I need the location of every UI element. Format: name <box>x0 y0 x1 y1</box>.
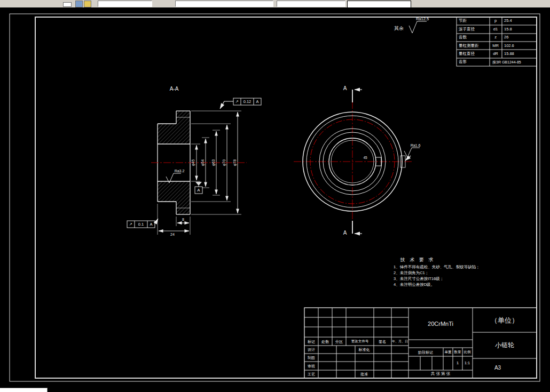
param-label: 滚子直径 <box>459 27 475 31</box>
cad-window: A-A A A A φ45 φ54 φ63 φ70 φ78 24 8 45 ↗ … <box>0 0 550 392</box>
param-value: 按3R GB1244-85 <box>492 60 521 64</box>
tech-req-item: 1、铸件不得有疏松、夹砂、气孔、裂纹等缺陷； <box>394 265 480 269</box>
param-symbol: z <box>494 35 497 39</box>
tech-req-item: 4、未注明公差按D级。 <box>394 283 435 287</box>
titleblock-label-count: 处数 <box>321 340 329 343</box>
section-cut-label-top: A <box>343 86 347 91</box>
param-value: 15.88 <box>504 52 514 56</box>
section-cut-label-bottom: A <box>343 230 347 236</box>
titleblock-label-zone: 分区 <box>335 340 343 343</box>
param-label: 齿形 <box>459 60 467 64</box>
titleblock-label-scale: 比例 <box>464 350 471 354</box>
param-label: 量柱测量距 <box>459 44 479 48</box>
param-value: 25.4 <box>504 19 512 23</box>
param-label: 齿数 <box>459 35 467 39</box>
tech-req-title: 技 术 要 求 <box>400 258 435 262</box>
bore-roughness-label: Ra3.2 <box>175 169 185 173</box>
param-value: 102.6 <box>504 44 514 48</box>
titleblock-label-mark: 标记 <box>308 340 315 343</box>
drawing-geometry <box>0 0 550 392</box>
titleblock-label-approve: 批准 <box>360 372 368 376</box>
param-symbol: d1 <box>493 27 498 31</box>
titleblock-label-draft: 制图 <box>308 356 315 359</box>
titleblock-label-stage: 阶段标记 <box>418 350 433 354</box>
runout-bottom-symbol: ↗ <box>129 222 132 227</box>
runout-top-datum: A <box>256 100 258 104</box>
dim-hub-label: φ63 <box>211 159 215 166</box>
titleblock-label-quantity: 数量 <box>454 350 461 354</box>
datum-label: A <box>197 188 200 193</box>
titleblock-label-date: 年、月、日 <box>392 340 408 343</box>
dim-bore-note-label: 45 <box>363 156 367 160</box>
titleblock-label-design: 设计 <box>308 348 315 351</box>
tech-req-item: 2、未注倒角为C1； <box>394 271 429 275</box>
runout-bottom-datum: A <box>150 222 152 227</box>
dim-step-label: φ54 <box>201 159 205 166</box>
unit-label: （单位） <box>491 317 518 324</box>
titleblock-label-process: 工艺 <box>308 372 315 376</box>
param-value: 15.8 <box>504 27 512 31</box>
param-label: 量柱直径 <box>459 52 475 56</box>
sheets-label: 共 张 第 张 <box>431 372 450 376</box>
titleblock-label-check: 审核 <box>308 364 315 368</box>
command-input[interactable] <box>0 388 48 392</box>
sheet-size-label: A3 <box>494 365 501 371</box>
scale-value: 1:1 <box>465 361 470 365</box>
default-roughness-prefix: 其余 <box>394 26 404 31</box>
param-value: 26 <box>504 35 508 39</box>
param-symbol: dR <box>493 52 498 56</box>
param-symbol: p <box>494 19 497 23</box>
dim-root-label: φ70 <box>222 159 226 166</box>
dim-tooth-width-label: 8 <box>182 218 184 221</box>
section-view-label: A-A <box>170 86 179 92</box>
qty-value: 1 <box>457 361 459 365</box>
titleblock-label-sign: 签名 <box>379 340 386 343</box>
titleblock-label-standardize: 标准化 <box>359 348 370 351</box>
param-symbol: MR <box>492 44 499 48</box>
tech-req-item: 3、未注尺寸公差按IT16级； <box>394 277 444 281</box>
titleblock-label-weight: 单重 <box>445 350 452 354</box>
dim-width-label: 24 <box>170 233 175 236</box>
runout-bottom-value: 0.1 <box>138 222 144 227</box>
param-label: 节距 <box>459 19 467 23</box>
dim-bore-label: φ45 <box>191 159 195 166</box>
dim-tip-label: φ78 <box>233 159 237 166</box>
default-roughness-value: Ra12.5 <box>416 17 429 21</box>
runout-top-symbol: ↗ <box>235 100 239 104</box>
runout-top-value: 0.12 <box>243 100 252 104</box>
material-label: 20CrMnTi <box>428 321 453 327</box>
titleblock-label-doc-no: 更改文件号 <box>351 340 369 343</box>
keyway-roughness-label: Ra1.6 <box>411 143 421 147</box>
part-name-label: 小链轮 <box>495 342 514 348</box>
